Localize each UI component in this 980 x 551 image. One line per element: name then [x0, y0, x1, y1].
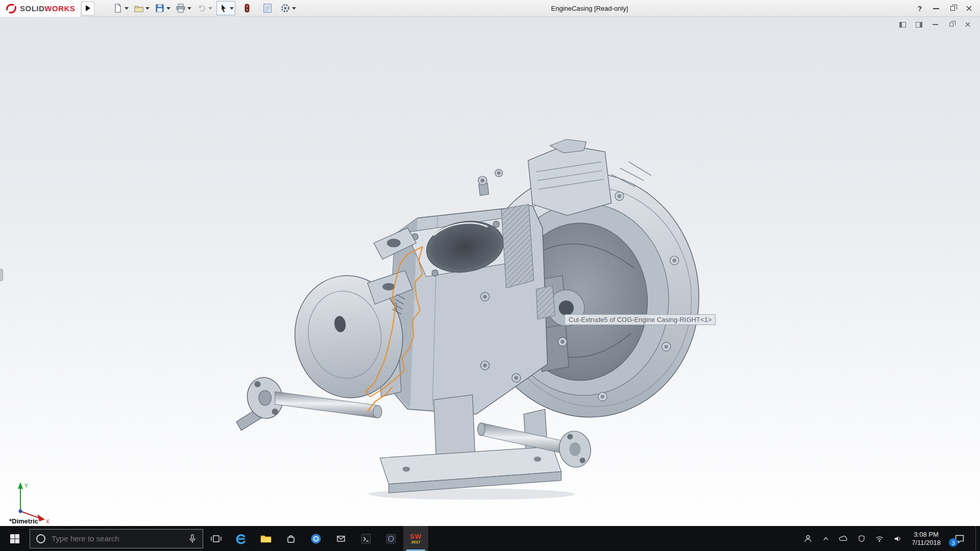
- save-dropdown[interactable]: [166, 7, 170, 10]
- rebuild-button[interactable]: [238, 1, 256, 15]
- file-explorer-icon: [259, 532, 273, 546]
- shield-icon: [856, 533, 867, 544]
- chevron-up-icon: [820, 533, 831, 544]
- command-prompt-button[interactable]: [353, 526, 378, 551]
- solidworks-taskbar-button[interactable]: SW 2017: [403, 526, 428, 551]
- search-input[interactable]: [52, 534, 182, 543]
- task-view-button[interactable]: [203, 526, 228, 551]
- save-button[interactable]: [154, 1, 172, 15]
- open-button[interactable]: [133, 1, 151, 15]
- doc-minimize-icon: [933, 24, 938, 25]
- rebuild-stoplight-icon: [242, 3, 252, 13]
- panel-splitter-handle[interactable]: [0, 269, 3, 281]
- close-button[interactable]: [961, 2, 977, 15]
- edge-button[interactable]: [228, 526, 253, 551]
- pane-right-button[interactable]: [915, 21, 923, 28]
- titlebar: SOLIDWORKS: [0, 0, 980, 17]
- select-dropdown[interactable]: [230, 7, 234, 10]
- triad-y-label: Y: [24, 483, 28, 489]
- chrome-icon: [309, 532, 323, 546]
- view-orientation-label: *Dimetric: [9, 517, 38, 525]
- system-tray: 3:08 PM 7/11/2018 3: [801, 526, 980, 551]
- new-document-button[interactable]: [112, 1, 130, 15]
- store-bag-icon: [284, 532, 298, 546]
- new-dropdown[interactable]: [125, 7, 129, 10]
- onedrive-button[interactable]: [837, 532, 850, 545]
- ds-logo-icon: [5, 2, 17, 14]
- security-button[interactable]: [855, 532, 868, 545]
- print-icon: [176, 3, 186, 13]
- graphics-viewport[interactable]: Cut-Extrude5 of COG-Engine Casing-RIGHT<…: [0, 17, 980, 526]
- people-button[interactable]: [801, 532, 815, 545]
- doc-restore-button[interactable]: [947, 21, 955, 28]
- wifi-icon: [873, 533, 886, 545]
- tray-overflow-button[interactable]: [819, 532, 832, 545]
- window-controls: ?: [912, 0, 977, 17]
- doc-restore-icon: [949, 22, 953, 27]
- microphone-icon[interactable]: [187, 533, 198, 544]
- dark-app-button[interactable]: [378, 526, 403, 551]
- undo-dropdown[interactable]: [208, 7, 212, 10]
- model-canvas[interactable]: [0, 17, 980, 526]
- menu-expand-button[interactable]: [81, 2, 94, 15]
- person-icon: [802, 533, 814, 545]
- edge-icon: [234, 532, 248, 546]
- triad-x-label: X: [46, 519, 50, 524]
- undo-icon: [197, 3, 207, 13]
- brand-text: SOLIDWORKS: [20, 4, 75, 13]
- taskbar-search[interactable]: [30, 529, 203, 548]
- document-window-controls: [898, 21, 972, 28]
- select-tool-button[interactable]: [216, 1, 235, 15]
- hover-tooltip: Cut-Extrude5 of COG-Engine Casing-RIGHT<…: [565, 314, 716, 325]
- windows-taskbar: SW 2017: [0, 526, 980, 551]
- cloud-icon: [838, 533, 850, 545]
- mail-icon: [334, 532, 348, 546]
- mail-button[interactable]: [328, 526, 353, 551]
- print-dropdown[interactable]: [187, 7, 191, 10]
- pane-left-icon: [899, 22, 906, 28]
- select-cursor-icon: [218, 3, 228, 13]
- window-title: EngineCasing [Read-only]: [551, 5, 628, 12]
- gear-icon: [280, 3, 290, 13]
- print-button[interactable]: [175, 1, 192, 15]
- undo-button[interactable]: [195, 1, 213, 15]
- store-button[interactable]: [278, 526, 303, 551]
- show-desktop-button[interactable]: [975, 526, 979, 551]
- close-icon: [966, 6, 972, 11]
- task-view-icon: [209, 532, 223, 546]
- chrome-button[interactable]: [303, 526, 328, 551]
- taskbar-clock[interactable]: 3:08 PM 7/11/2018: [909, 531, 944, 547]
- file-properties-icon: [262, 3, 273, 13]
- cortana-icon: [35, 533, 46, 544]
- windows-logo-icon: [10, 534, 20, 544]
- start-button[interactable]: [0, 526, 30, 551]
- network-button[interactable]: [873, 532, 886, 545]
- expand-arrow-icon: [86, 5, 90, 11]
- open-folder-icon: [134, 3, 144, 13]
- pane-right-icon: [916, 22, 922, 28]
- file-properties-button[interactable]: [259, 1, 276, 15]
- pane-left-button[interactable]: [898, 21, 906, 28]
- doc-close-button[interactable]: [964, 21, 972, 28]
- options-button[interactable]: [279, 1, 297, 15]
- new-document-icon: [113, 3, 123, 13]
- restore-button[interactable]: [944, 2, 961, 15]
- doc-minimize-button[interactable]: [931, 21, 939, 28]
- notification-badge: 3: [949, 538, 958, 547]
- help-button[interactable]: ?: [912, 2, 928, 15]
- file-explorer-button[interactable]: [253, 526, 278, 551]
- solidworks-year: 2017: [411, 540, 421, 544]
- minimize-button[interactable]: [928, 2, 944, 15]
- solidworks-logo[interactable]: SOLIDWORKS: [0, 0, 80, 17]
- volume-button[interactable]: [891, 532, 904, 545]
- command-prompt-icon: [359, 532, 373, 546]
- save-icon: [155, 3, 165, 13]
- dark-app-icon: [384, 532, 398, 546]
- minimize-icon: [933, 8, 939, 9]
- doc-close-icon: [965, 22, 970, 27]
- quick-toolbar: [112, 1, 297, 15]
- clock-time: 3:08 PM: [912, 531, 941, 539]
- open-dropdown[interactable]: [145, 7, 150, 10]
- options-dropdown[interactable]: [292, 7, 296, 10]
- action-center-button[interactable]: 3: [948, 526, 971, 551]
